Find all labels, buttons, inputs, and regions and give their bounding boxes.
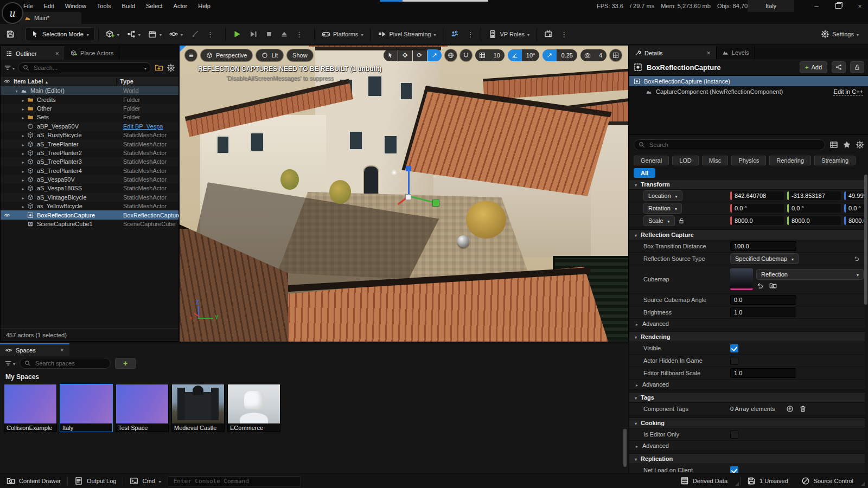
- rotation-y-field[interactable]: 0.0 °: [787, 204, 841, 213]
- light-sprite-icon[interactable]: [391, 169, 397, 176]
- menu-window[interactable]: Window: [60, 1, 91, 11]
- rotation-type-dropdown[interactable]: Rotation: [643, 203, 682, 214]
- unsaved-button[interactable]: 1 Unsaved: [741, 473, 795, 488]
- derived-data-button[interactable]: Derived Data: [674, 473, 734, 488]
- actor-hidden-checkbox[interactable]: [730, 357, 738, 365]
- console-command-input-wrap[interactable]: [168, 476, 301, 486]
- table-row[interactable]: aS_TreePlanter3StaticMeshActor: [1, 157, 178, 166]
- blueprints-dropdown[interactable]: [123, 27, 144, 41]
- outliner-search[interactable]: [18, 62, 151, 73]
- location-x-field[interactable]: 842.640708: [730, 191, 784, 200]
- sphere-reflection-actor[interactable]: [457, 235, 469, 247]
- scale-snap-toggle[interactable]: [542, 49, 557, 61]
- table-row[interactable]: OtherFolder: [1, 104, 178, 113]
- table-row[interactable]: as_YellowBicycleStaticMeshActor: [1, 202, 178, 210]
- tab-details[interactable]: Details: [629, 46, 717, 59]
- source-control-button[interactable]: Source Control: [795, 473, 860, 488]
- is-editor-only-checkbox[interactable]: [730, 431, 738, 439]
- billboard-scale-field[interactable]: 1.0: [730, 368, 796, 378]
- console-command-input[interactable]: [173, 477, 296, 485]
- table-row[interactable]: CreditsFolder: [1, 95, 178, 104]
- filter-physics[interactable]: Physics: [731, 156, 766, 165]
- instance-lock-button[interactable]: [850, 61, 864, 73]
- filter-general[interactable]: General: [634, 156, 669, 165]
- filter-misc[interactable]: Misc: [702, 156, 729, 165]
- play-button[interactable]: [229, 27, 245, 41]
- filter-all[interactable]: All: [634, 168, 655, 178]
- camera-speed-button[interactable]: [580, 49, 595, 61]
- selection-mode-dropdown[interactable]: Selection Mode: [25, 27, 95, 41]
- table-row[interactable]: aS_Vespa180SSStaticMeshActor: [1, 184, 178, 192]
- pixel-streaming-dropdown[interactable]: Pixel Streaming: [374, 27, 439, 41]
- platforms-dropdown[interactable]: Platforms: [318, 27, 367, 41]
- menu-edit[interactable]: Edit: [39, 1, 59, 11]
- minimize-button[interactable]: [813, 2, 820, 10]
- world-local-toggle[interactable]: [445, 49, 457, 61]
- paint-tool-button[interactable]: [187, 27, 203, 41]
- spaces-tool-dropdown[interactable]: [165, 27, 187, 41]
- use-selected-asset-icon[interactable]: [756, 282, 764, 290]
- rotation-z-field[interactable]: 0.0 °: [844, 204, 865, 213]
- cubemap-asset-dropdown[interactable]: Reflection: [756, 269, 864, 280]
- location-z-field[interactable]: 49.999997: [844, 191, 865, 200]
- spaces-search-input[interactable]: [34, 359, 106, 367]
- output-log-button[interactable]: Output Log: [68, 473, 123, 488]
- outliner-settings-button[interactable]: [167, 63, 175, 72]
- tab-place-actors[interactable]: Place Actors: [65, 46, 119, 60]
- outliner-search-input[interactable]: [33, 64, 141, 72]
- menu-select[interactable]: Select: [141, 1, 168, 11]
- eject-button[interactable]: [277, 27, 292, 41]
- table-row[interactable]: aS_RustyBicycleStaticMeshActor: [1, 131, 178, 139]
- viewport-options-menu[interactable]: [185, 49, 197, 61]
- eye-icon[interactable]: [4, 212, 10, 219]
- tab-spaces[interactable]: Spaces: [0, 343, 69, 356]
- lit-mode-dropdown[interactable]: Lit: [256, 49, 283, 61]
- menu-tools[interactable]: Tools: [92, 1, 116, 11]
- scale-type-dropdown[interactable]: Scale: [643, 215, 675, 226]
- create-folder-button[interactable]: [155, 63, 163, 72]
- grid-snap-value[interactable]: 10: [489, 49, 505, 61]
- scale-snap-value[interactable]: 0.25: [557, 49, 577, 61]
- scale-y-field[interactable]: 8000.0: [787, 216, 841, 225]
- rotation-snap-value[interactable]: 10°: [522, 49, 540, 61]
- browse-to-asset-icon[interactable]: [769, 282, 777, 290]
- menu-actor[interactable]: Actor: [169, 1, 193, 11]
- surface-snapping-button[interactable]: [460, 49, 472, 61]
- close-icon[interactable]: [60, 347, 64, 353]
- add-space-button[interactable]: [115, 358, 136, 369]
- space-card[interactable]: Medieval Castle: [171, 384, 225, 432]
- grid-snap-toggle[interactable]: [475, 49, 489, 61]
- camera-speed-value[interactable]: 4: [595, 49, 607, 61]
- content-drawer-button[interactable]: Content Drawer: [0, 473, 67, 488]
- outliner-filter-button[interactable]: [4, 64, 15, 72]
- spaces-scrollbar[interactable]: [623, 429, 627, 467]
- brightness-field[interactable]: 1.0: [730, 307, 796, 317]
- scale-z-field[interactable]: 8000.0: [844, 216, 865, 225]
- filter-streaming[interactable]: Streaming: [814, 156, 856, 165]
- section-rendering[interactable]: Rendering: [629, 331, 865, 342]
- multi-user-options-menu[interactable]: [463, 27, 477, 41]
- details-settings-button[interactable]: [856, 140, 864, 149]
- details-search[interactable]: [634, 139, 825, 150]
- unreal-logo[interactable]: u: [2, 2, 23, 24]
- reset-source-type-button[interactable]: [848, 255, 865, 262]
- space-card[interactable]: ECommerce: [227, 384, 280, 432]
- component-row-selected[interactable]: BoxReflectionCapture (Instance): [629, 76, 868, 86]
- play-options-menu[interactable]: [292, 27, 307, 41]
- blueprint-edit-button[interactable]: [832, 61, 846, 73]
- item-label-column-header[interactable]: Item Label ▲: [14, 78, 116, 85]
- spaces-filter-button[interactable]: [4, 359, 15, 367]
- frame-skip-button[interactable]: [245, 27, 261, 41]
- source-type-dropdown[interactable]: Specified Cubemap: [730, 253, 799, 264]
- add-component-button[interactable]: Add: [800, 61, 827, 73]
- stop-button[interactable]: [261, 27, 277, 41]
- table-row[interactable]: aBP_Vespa50VEdit BP_Vespa: [1, 122, 178, 131]
- table-row[interactable]: aS_Vespa50VStaticMeshActor: [1, 175, 178, 184]
- space-card[interactable]: CollisionExample: [4, 384, 57, 432]
- save-button[interactable]: [2, 27, 18, 41]
- section-cooking[interactable]: Cooking: [629, 418, 865, 428]
- net-load-checkbox[interactable]: [730, 466, 738, 473]
- add-element-icon[interactable]: [786, 405, 794, 413]
- table-row[interactable]: aS_VintageBicycleStaticMeshActor: [1, 193, 178, 202]
- location-y-field[interactable]: -313.853187: [787, 191, 841, 200]
